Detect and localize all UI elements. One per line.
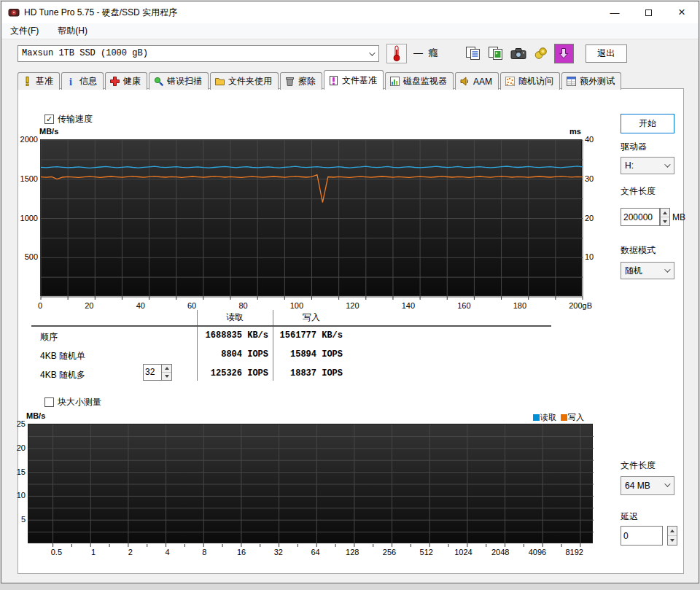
- chart2-x-tick: 4: [149, 548, 186, 556]
- chart2-x-tick: 1: [75, 548, 112, 556]
- temperature-display: — 癮: [413, 47, 440, 60]
- folder-icon: [215, 77, 225, 86]
- app-icon: [8, 7, 20, 18]
- chart1-x-labels: 020406080100120140160180200gB: [38, 301, 592, 310]
- info-icon: i: [66, 77, 76, 86]
- chart2-x-tick: 64: [297, 548, 334, 556]
- chart2-y-labels: 252015105: [16, 424, 26, 543]
- file-length-spin-buttons[interactable]: [660, 208, 670, 226]
- legend-read-swatch: [533, 414, 540, 421]
- file-length-stepper[interactable]: MB: [621, 208, 685, 226]
- chart2-x-tick: 32: [260, 548, 297, 556]
- copy-text-button[interactable]: [464, 44, 483, 63]
- down-arrow-icon: [670, 539, 674, 542]
- tab-disk-monitor[interactable]: 磁盘监视器: [385, 72, 454, 90]
- drive-selector-value: Maxsun 1TB SSD (1000 gB): [22, 48, 148, 58]
- drive-selector[interactable]: Maxsun 1TB SSD (1000 gB): [18, 45, 379, 62]
- tab-erase[interactable]: 擦除: [280, 72, 322, 90]
- maximize-button[interactable]: [631, 1, 665, 23]
- chart1-yleft-labels: 200015001000500: [18, 139, 38, 296]
- y-tick-label: 15: [17, 467, 26, 476]
- chart1-x-tick: 200gB: [569, 301, 592, 310]
- y-tick-label: 10: [17, 491, 26, 500]
- legend-write-label: 写入: [568, 412, 584, 423]
- table-header-read: 读取: [197, 311, 273, 324]
- delay-input[interactable]: [621, 526, 663, 546]
- bar-chart-icon: [390, 77, 400, 86]
- row-4kb-single-read: 8804 IOPS: [198, 349, 268, 360]
- download-button[interactable]: [554, 44, 574, 63]
- svg-text:i: i: [69, 77, 72, 86]
- chart1-x-tick: 60: [187, 301, 196, 310]
- chart1-x-tick: 100: [290, 301, 303, 310]
- chart1-yright-labels: 40302010: [585, 139, 601, 296]
- menu-help[interactable]: 帮助(H): [58, 25, 88, 37]
- menu-file[interactable]: 文件(F): [10, 25, 39, 37]
- minimize-button[interactable]: —: [598, 1, 631, 23]
- chart1-x-tick: 160: [457, 301, 470, 310]
- row-sequential-write: 1561777 KB/s: [274, 330, 343, 341]
- tab-health[interactable]: 健康: [105, 72, 147, 90]
- tab-benchmark[interactable]: 基准: [18, 72, 60, 90]
- donate-button[interactable]: [532, 44, 551, 63]
- chart2-x-tick: 4096: [519, 548, 556, 556]
- legend-write-swatch: [561, 414, 567, 421]
- chevron-down-icon: [369, 50, 375, 55]
- chart1-x-tick: 180: [513, 301, 526, 310]
- row-4kb-single-write: 15894 IOPS: [274, 349, 343, 360]
- temperature-button[interactable]: [386, 44, 407, 63]
- queue-depth-stepper[interactable]: 32: [143, 364, 172, 381]
- drive-dropdown[interactable]: H:: [621, 157, 674, 174]
- up-arrow-icon: [663, 211, 667, 214]
- chart2-x-tick: 128: [334, 548, 371, 556]
- y-tick-label: 20: [585, 214, 594, 222]
- chart2-x-tick: 2: [112, 548, 149, 556]
- tab-bar: 基准 i信息 健康 错误扫描 文件夹使用 擦除 文件基准 磁盘监视器 AAM 随…: [1, 70, 699, 90]
- tab-error-scan[interactable]: 错误扫描: [149, 72, 209, 90]
- chevron-down-icon: [664, 481, 670, 486]
- row-sequential-label: 顺序: [40, 331, 58, 343]
- chevron-down-icon: [664, 161, 670, 167]
- row-4kb-multi-read: 125326 IOPS: [198, 368, 268, 379]
- close-button[interactable]: ×: [665, 1, 699, 23]
- queue-depth-value[interactable]: 32: [143, 364, 162, 381]
- thermometer-icon: [392, 45, 402, 61]
- health-cross-icon: [110, 77, 120, 86]
- tab-folder-usage[interactable]: 文件夹使用: [210, 72, 279, 90]
- chart1-canvas: [41, 140, 583, 301]
- data-pattern-dropdown[interactable]: 随机: [621, 262, 674, 279]
- maximize-icon: [645, 9, 652, 16]
- y-tick-label: 40: [585, 135, 594, 144]
- donate-icon: [534, 46, 548, 61]
- toolbar: Maxsun 1TB SSD (1000 gB) — 癮 退出: [1, 39, 699, 67]
- table-icon: [567, 77, 576, 86]
- block-size-checkbox[interactable]: 块大小测量: [44, 396, 101, 408]
- y-tick-label: 25: [17, 419, 26, 428]
- queue-depth-down[interactable]: [162, 372, 171, 380]
- file-length-input[interactable]: [621, 208, 660, 226]
- chart1-x-tick: 120: [346, 301, 359, 310]
- block-file-length-dropdown[interactable]: 64 MB: [621, 476, 674, 495]
- screenshot-button[interactable]: [509, 44, 529, 63]
- tab-info[interactable]: i信息: [61, 72, 104, 90]
- tab-random-access[interactable]: 随机访问: [500, 72, 560, 90]
- chart1-yright-unit: ms: [569, 127, 581, 136]
- row-4kb-multi-label: 4KB 随机多: [40, 369, 85, 381]
- copy-text-icon: [465, 46, 481, 61]
- tab-extra-tests[interactable]: 额外测试: [561, 72, 621, 90]
- start-button[interactable]: 开始: [621, 114, 674, 133]
- chart1-yleft-unit: MB/s: [39, 127, 58, 136]
- exit-button[interactable]: 退出: [586, 44, 627, 63]
- copy-image-button[interactable]: [486, 44, 506, 63]
- benchmark-icon: [23, 77, 32, 86]
- tab-aam[interactable]: AAM: [455, 72, 499, 90]
- tab-file-benchmark[interactable]: 文件基准: [324, 70, 384, 90]
- delay-spin-buttons[interactable]: [667, 526, 677, 546]
- transfer-speed-checkbox[interactable]: ✓ 传输速度: [44, 113, 93, 125]
- y-tick-label: 2000: [20, 135, 38, 144]
- chart2-legend: 读取 写入: [529, 412, 584, 423]
- queue-depth-up[interactable]: [162, 365, 171, 372]
- y-tick-label: 30: [585, 174, 594, 183]
- file-length-unit: MB: [672, 212, 685, 222]
- chart2-x-tick: 1024: [445, 548, 482, 556]
